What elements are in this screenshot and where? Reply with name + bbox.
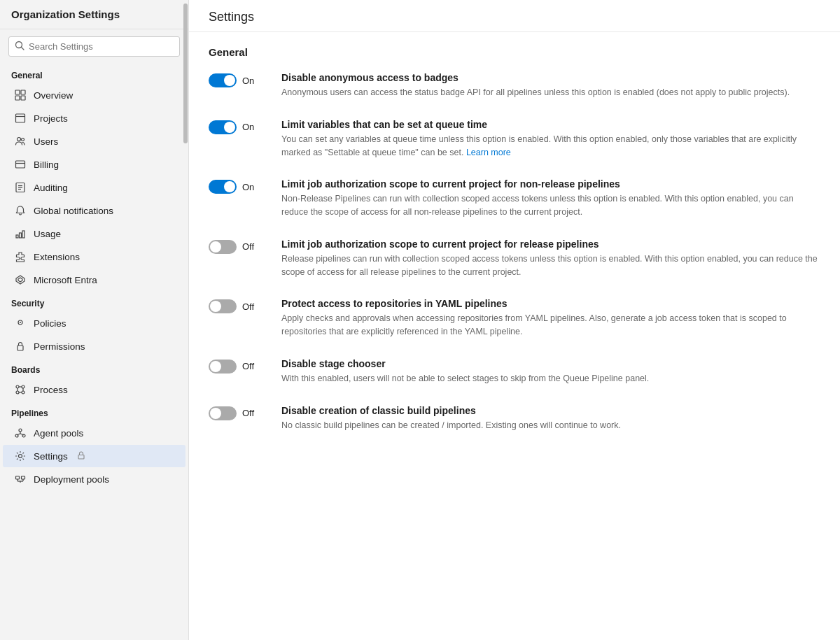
permissions-icon <box>14 340 27 353</box>
sidebar-item-extensions[interactable]: Extensions <box>3 246 186 268</box>
svg-rect-41 <box>22 476 25 479</box>
toggle-area-limit-job-auth-non-release: On <box>209 178 265 194</box>
toggle-disable-stage-chooser[interactable] <box>209 360 237 374</box>
sidebar-item-agent-pools[interactable]: Agent pools <box>3 422 186 444</box>
sidebar-item-label-settings: Settings <box>34 451 68 462</box>
svg-rect-3 <box>21 90 25 94</box>
setting-row-disable-anonymous-access: OnDisable anonymous access to badgesAnon… <box>209 72 820 99</box>
setting-row-limit-job-auth-release: OffLimit job authorization scope to curr… <box>209 239 820 279</box>
page-title: Settings <box>189 0 840 32</box>
toggle-limit-job-auth-non-release[interactable] <box>209 180 237 194</box>
toggle-area-disable-stage-chooser: Off <box>209 358 265 374</box>
setting-info-disable-stage-chooser: Disable stage chooserWith this enabled, … <box>281 358 820 385</box>
svg-rect-17 <box>20 233 22 238</box>
toggle-label-limit-variables-queue-time: On <box>242 122 258 132</box>
sidebar-item-projects[interactable]: Projects <box>3 107 186 129</box>
sidebar-item-overview[interactable]: Overview <box>3 84 186 106</box>
setting-info-limit-variables-queue-time: Limit variables that can be set at queue… <box>281 119 820 159</box>
section-label-boards: Boards <box>0 358 188 378</box>
toggle-area-limit-variables-queue-time: On <box>209 119 265 134</box>
setting-row-limit-job-auth-non-release: OnLimit job authorization scope to curre… <box>209 178 820 219</box>
setting-info-protect-yaml-repos: Protect access to repositories in YAML p… <box>281 298 820 339</box>
setting-info-disable-anonymous-access: Disable anonymous access to badgesAnonym… <box>281 72 820 99</box>
toggle-area-protect-yaml-repos: Off <box>209 298 265 313</box>
setting-desc-limit-job-auth-non-release: Non-Release Pipelines can run with colle… <box>281 192 820 219</box>
search-box[interactable] <box>8 36 180 57</box>
svg-marker-20 <box>18 278 22 282</box>
setting-desc-disable-anonymous-access: Anonymous users can access the status ba… <box>281 86 820 99</box>
svg-rect-6 <box>16 114 25 122</box>
setting-title-disable-classic-build: Disable creation of classic build pipeli… <box>281 405 820 416</box>
sidebar-item-label-users: Users <box>34 136 58 147</box>
toggle-label-limit-job-auth-release: Off <box>242 241 258 252</box>
auditing-icon <box>14 181 27 194</box>
svg-point-27 <box>22 391 24 394</box>
sidebar-item-usage[interactable]: Usage <box>3 222 186 245</box>
projects-icon <box>14 112 27 125</box>
svg-marker-19 <box>16 276 24 284</box>
setting-desc-disable-stage-chooser: With this enabled, users will not be abl… <box>281 372 820 385</box>
sidebar-item-settings[interactable]: Settings <box>3 445 186 467</box>
sidebar-item-label-microsoft-entra: Microsoft Entra <box>34 275 97 285</box>
svg-rect-40 <box>16 476 20 479</box>
section-title: General <box>209 46 820 58</box>
setting-row-protect-yaml-repos: OffProtect access to repositories in YAM… <box>209 298 820 339</box>
toggle-limit-job-auth-release[interactable] <box>209 240 237 254</box>
settings-lock-icon <box>75 451 85 462</box>
setting-title-limit-job-auth-release: Limit job authorization scope to current… <box>281 239 820 250</box>
search-input[interactable] <box>29 41 174 52</box>
sidebar-item-label-extensions: Extensions <box>34 252 80 262</box>
toggle-label-disable-stage-chooser: Off <box>242 361 258 371</box>
toggle-disable-classic-build[interactable] <box>209 406 237 420</box>
svg-rect-5 <box>21 96 25 100</box>
setting-desc-limit-variables-queue-time: You can set any variables at queue time … <box>281 133 820 159</box>
sidebar-nav: GeneralOverviewProjectsUsersBillingAudit… <box>0 64 188 640</box>
sidebar-item-deployment-pools[interactable]: Deployment pools <box>3 468 186 490</box>
svg-point-8 <box>18 138 21 141</box>
sidebar-item-auditing[interactable]: Auditing <box>3 176 186 199</box>
notifications-icon <box>14 204 27 217</box>
toggle-disable-anonymous-access[interactable] <box>209 73 237 87</box>
sidebar-item-label-overview: Overview <box>34 90 73 101</box>
svg-rect-23 <box>18 346 23 350</box>
toggle-label-disable-anonymous-access: On <box>242 76 258 86</box>
svg-point-25 <box>22 385 24 388</box>
users-icon <box>14 135 27 148</box>
setting-info-disable-classic-build: Disable creation of classic build pipeli… <box>281 405 820 432</box>
sidebar-item-policies[interactable]: Policies <box>3 312 186 334</box>
sidebar-item-process[interactable]: Process <box>3 378 186 401</box>
sidebar-item-label-projects: Projects <box>34 113 68 124</box>
main-content-area: Settings General OnDisable anonymous acc… <box>189 0 840 640</box>
sidebar-item-label-usage: Usage <box>34 229 61 239</box>
setting-title-limit-job-auth-non-release: Limit job authorization scope to current… <box>281 178 820 190</box>
sidebar-item-permissions[interactable]: Permissions <box>3 335 186 357</box>
toggle-protect-yaml-repos[interactable] <box>209 299 237 313</box>
setting-title-protect-yaml-repos: Protect access to repositories in YAML p… <box>281 298 820 309</box>
sidebar-item-label-billing: Billing <box>34 159 59 170</box>
sidebar-item-users[interactable]: Users <box>3 130 186 152</box>
svg-point-26 <box>16 391 19 394</box>
sidebar-item-global-notifications[interactable]: Global notifications <box>3 199 186 222</box>
section-label-pipelines: Pipelines <box>0 401 188 421</box>
setting-row-disable-stage-chooser: OffDisable stage chooserWith this enable… <box>209 358 820 385</box>
svg-point-9 <box>22 138 24 141</box>
sidebar: Organization Settings GeneralOverviewPro… <box>0 0 189 640</box>
billing-icon <box>14 158 27 171</box>
sidebar-item-microsoft-entra[interactable]: Microsoft Entra <box>3 269 186 291</box>
svg-point-24 <box>16 385 19 388</box>
sidebar-item-billing[interactable]: Billing <box>3 153 186 176</box>
extensions-icon <box>14 250 27 263</box>
sidebar-item-label-deployment-pools: Deployment pools <box>34 474 109 485</box>
section-label-general: General <box>0 64 188 83</box>
svg-point-22 <box>20 322 21 323</box>
setting-row-limit-variables-queue-time: OnLimit variables that can be set at que… <box>209 119 820 159</box>
agent-pools-icon <box>14 427 27 439</box>
toggle-limit-variables-queue-time[interactable] <box>209 120 237 134</box>
section-label-security: Security <box>0 292 188 311</box>
policies-icon <box>14 317 27 329</box>
svg-rect-2 <box>15 90 20 94</box>
toggle-label-limit-job-auth-non-release: On <box>242 182 258 192</box>
process-icon <box>14 383 27 396</box>
setting-title-limit-variables-queue-time: Limit variables that can be set at queue… <box>281 119 820 130</box>
setting-link-limit-variables-queue-time[interactable]: Learn more <box>466 148 511 157</box>
